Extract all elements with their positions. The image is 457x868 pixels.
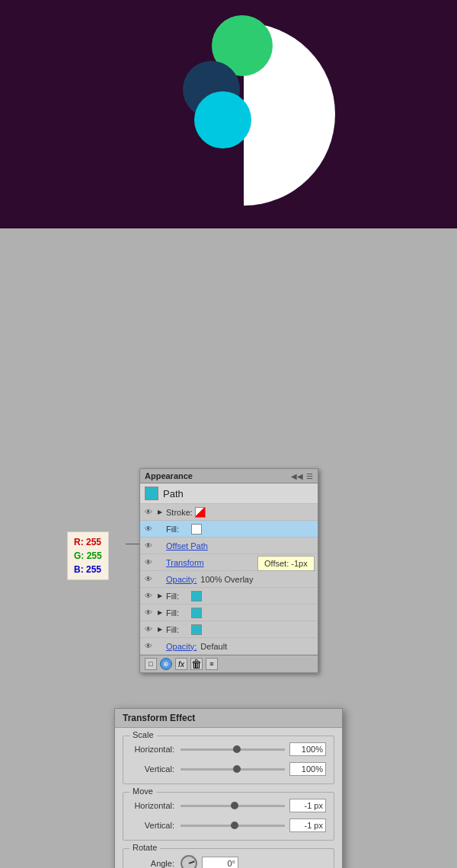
move-section: Move Horizontal: Vertical: — [123, 792, 334, 841]
fill-label: Fill: — [166, 525, 189, 534]
fill-cyan-row-1: 👁 ▶ Fill: — [140, 588, 318, 605]
work-area: R: 255 G: 255 B: 255 Appearance ◀◀ ☰ Pat… — [0, 228, 457, 868]
fill-cyan-row-3: 👁 ▶ Fill: — [140, 621, 318, 638]
rgb-tooltip: R: 255 G: 255 B: 255 — [67, 531, 109, 580]
fill-cyan2-swatch[interactable] — [191, 608, 202, 618]
move-h-thumb[interactable] — [231, 802, 238, 809]
path-row: Path — [140, 483, 318, 504]
move-v-input[interactable] — [289, 819, 326, 832]
panel-arrow-left[interactable]: ◀◀ — [291, 472, 303, 480]
rotate-section: Rotate Angle: — [123, 848, 334, 868]
fill-cyan2-label: Fill: — [166, 608, 189, 617]
fill-swatch[interactable] — [191, 524, 202, 535]
opacity-row-2: 👁 Opacity: Default — [140, 638, 318, 655]
move-v-slider[interactable] — [181, 825, 285, 827]
scale-section: Scale Horizontal: Vertical: — [123, 736, 334, 784]
dialog-body: Scale Horizontal: Vertical: — [115, 728, 342, 868]
rgb-g-value: G: 255 — [74, 549, 102, 563]
offset-path-label[interactable]: Offset Path — [166, 541, 208, 550]
rotate-dial[interactable] — [181, 855, 197, 868]
angle-label: Angle: — [131, 859, 181, 868]
rgb-r-value: R: 255 — [74, 535, 102, 549]
opacity-label-2[interactable]: Opacity: — [166, 642, 197, 651]
move-v-thumb[interactable] — [231, 822, 238, 829]
rotate-dial-line — [189, 860, 195, 864]
reorder-btn[interactable]: ≡ — [206, 658, 218, 670]
opacity-row-1: 👁 Opacity: 100% Overlay — [140, 571, 318, 588]
move-v-row: Vertical: — [131, 819, 326, 832]
expand-fill-cyan1[interactable]: ▶ — [156, 592, 164, 600]
path-thumbnail — [145, 487, 158, 500]
stroke-row: 👁 ▶ Stroke: — [140, 504, 318, 521]
eye-icon-fill[interactable]: 👁 — [143, 524, 154, 535]
offset-path-row: 👁 Offset Path — [140, 538, 318, 554]
new-item-btn[interactable]: □ — [145, 658, 157, 670]
path-label: Path — [163, 488, 184, 499]
panel-title: Appearance — [145, 471, 193, 480]
eye-icon-offset[interactable]: 👁 — [143, 541, 154, 551]
scale-v-thumb[interactable] — [233, 765, 241, 773]
angle-input[interactable] — [202, 857, 238, 868]
rotate-section-title: Rotate — [129, 843, 160, 852]
opacity-label-1[interactable]: Opacity: — [166, 575, 197, 584]
scale-v-slider[interactable] — [181, 768, 285, 771]
circle-cyan — [194, 91, 251, 148]
scale-h-thumb[interactable] — [233, 745, 241, 753]
fill-row: 👁 Fill: — [140, 521, 318, 538]
fill-cyan3-label: Fill: — [166, 625, 189, 634]
scale-h-slider[interactable] — [181, 748, 285, 751]
move-section-title: Move — [129, 787, 156, 796]
panel-header: Appearance ◀◀ ☰ — [140, 469, 318, 483]
scale-v-label: Vertical: — [131, 764, 181, 774]
move-h-label: Horizontal: — [131, 801, 181, 810]
eye-icon-fill-cyan2[interactable]: 👁 — [143, 608, 154, 618]
canvas — [0, 0, 457, 228]
move-h-row: Horizontal: — [131, 799, 326, 812]
opacity-value-2: Default — [200, 642, 227, 651]
panel-toolbar: □ ⊕ fx 🗑 ≡ — [140, 655, 318, 672]
eye-icon-fill-cyan1[interactable]: 👁 — [143, 591, 154, 602]
panel-menu[interactable]: ☰ — [306, 472, 313, 480]
scale-v-row: Vertical: — [131, 762, 326, 776]
fill-cyan1-swatch[interactable] — [191, 591, 202, 602]
opacity-value-1: 100% Overlay — [200, 575, 253, 584]
scale-section-title: Scale — [129, 730, 157, 739]
scale-v-input[interactable] — [289, 762, 326, 776]
move-h-input[interactable] — [289, 799, 326, 812]
stroke-swatch[interactable] — [195, 507, 206, 518]
expand-stroke[interactable]: ▶ — [156, 509, 164, 516]
transform-label[interactable]: Transform — [166, 558, 204, 567]
eye-icon-stroke[interactable]: 👁 — [143, 507, 154, 518]
dialog-header: Transform Effect — [115, 709, 342, 728]
expand-fill-cyan3[interactable]: ▶ — [156, 626, 164, 633]
transform-dialog: Transform Effect Scale Horizontal: Verti… — [114, 708, 343, 868]
duplicate-btn[interactable]: ⊕ — [160, 658, 172, 670]
rotate-angle-row: Angle: — [131, 855, 326, 868]
delete-btn[interactable]: 🗑 — [190, 658, 203, 670]
eye-icon-fill-cyan3[interactable]: 👁 — [143, 624, 154, 635]
fill-cyan3-swatch[interactable] — [191, 624, 202, 635]
eye-icon-transform[interactable]: 👁 — [143, 557, 154, 568]
fill-cyan1-label: Fill: — [166, 592, 189, 601]
panel-controls: ◀◀ ☰ — [291, 472, 313, 480]
dialog-title: Transform Effect — [123, 713, 195, 723]
offset-tooltip: Offset: -1px — [257, 556, 315, 571]
rgb-b-value: B: 255 — [74, 563, 102, 576]
stroke-label: Stroke: — [166, 508, 193, 517]
scale-h-label: Horizontal: — [131, 745, 181, 754]
fill-cyan-row-2: 👁 ▶ Fill: — [140, 605, 318, 621]
fx-btn[interactable]: fx — [175, 658, 187, 670]
scale-h-row: Horizontal: — [131, 742, 326, 756]
scale-h-input[interactable] — [289, 742, 326, 756]
move-v-label: Vertical: — [131, 821, 181, 830]
eye-icon-opacity2[interactable]: 👁 — [143, 641, 154, 652]
expand-fill-cyan2[interactable]: ▶ — [156, 609, 164, 617]
move-h-slider[interactable] — [181, 805, 285, 807]
eye-icon-opacity1[interactable]: 👁 — [143, 574, 154, 585]
offset-tooltip-text: Offset: -1px — [264, 559, 308, 568]
